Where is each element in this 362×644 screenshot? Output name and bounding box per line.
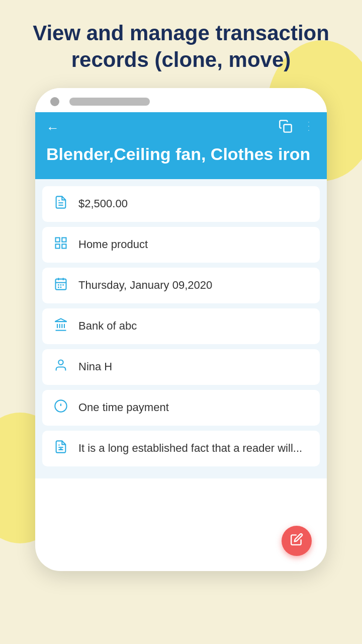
edit-fab[interactable] [282,526,312,556]
person-icon [52,358,69,376]
payment-type-row: One time payment [42,390,320,426]
page-title: View and manage transaction records (clo… [0,0,362,88]
transaction-title: Blender,Ceiling fan, Clothes iron [46,143,316,165]
amount-row: $2,500.00 [42,186,320,222]
calendar-icon [52,277,69,294]
phone-camera [50,97,59,106]
app-content: $2,500.00 Home product [35,179,327,478]
app-header: ← Blender,Ceil [35,112,327,179]
more-icon[interactable] [302,119,316,136]
svg-point-3 [308,129,310,131]
app-header-top: ← [46,119,316,136]
category-row: Home product [42,227,320,263]
notes-icon [52,440,69,457]
amount-value: $2,500.00 [78,197,128,210]
copy-icon[interactable] [279,119,293,136]
info-icon [52,399,69,417]
svg-rect-6 [56,237,60,242]
svg-point-25 [58,360,63,364]
bank-row: Bank of abc [42,308,320,344]
date-value: Thursday, January 09,2020 [78,279,212,292]
phone-mockup: ← Blender,Ceil [35,88,327,571]
notes-value: It is a long established fact that a rea… [78,442,302,455]
header-actions [279,119,316,136]
payment-type-value: One time payment [78,401,169,414]
person-value: Nina H [78,360,112,373]
phone-status-bar [35,88,327,112]
back-button[interactable]: ← [46,121,59,134]
svg-rect-0 [284,125,292,132]
svg-point-2 [308,125,310,127]
phone-speaker [69,98,150,106]
svg-marker-24 [55,318,66,321]
category-icon [52,236,69,254]
svg-rect-9 [62,244,66,248]
edit-icon [290,533,303,549]
bank-value: Bank of abc [78,319,137,333]
notes-row: It is a long established fact that a rea… [42,431,320,466]
date-row: Thursday, January 09,2020 [42,268,320,303]
svg-rect-8 [56,244,60,248]
svg-rect-7 [62,237,66,242]
category-value: Home product [78,238,148,251]
bank-icon [52,317,69,335]
receipt-icon [52,195,69,213]
person-row: Nina H [42,349,320,385]
svg-point-1 [308,121,310,123]
